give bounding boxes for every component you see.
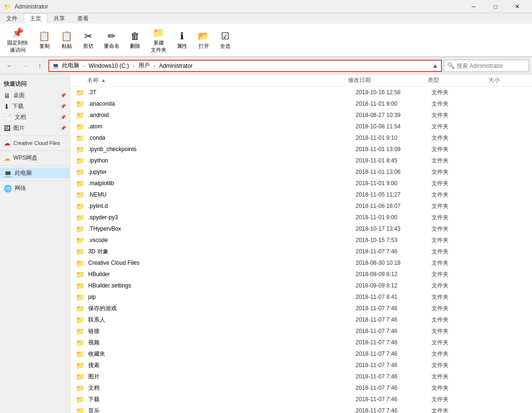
up-button[interactable]: ↑: [33, 59, 46, 72]
table-row[interactable]: 📁 .spyder-py3 2018-11-01 9:00 文件夹: [70, 212, 532, 223]
breadcrumb-users[interactable]: 用户: [138, 62, 150, 70]
table-row[interactable]: 📁 .3T 2018-10-16 12:58 文件夹: [70, 87, 532, 98]
tab-file[interactable]: 文件: [0, 13, 24, 24]
file-date: 2018-10-17 13:43: [356, 225, 431, 232]
sidebar-item-pictures[interactable]: 🖼 图片 📌: [0, 123, 70, 134]
table-row[interactable]: 📁 .ipython 2018-11-01 8:45 文件夹: [70, 155, 532, 166]
pin-to-quickaccess-button[interactable]: 📌 固定到快速访问: [4, 25, 31, 56]
file-type: 文件夹: [431, 339, 488, 347]
search-input[interactable]: [457, 63, 526, 69]
file-date: 2018-11-01 9:00: [356, 100, 431, 107]
table-row[interactable]: 📁 Creative Cloud Files 2018-08-30 10:19 …: [70, 257, 532, 269]
tab-view[interactable]: 查看: [71, 13, 95, 24]
table-row[interactable]: 📁 .vscode 2018-10-15 7:53 文件夹: [70, 234, 532, 246]
quick-access-title[interactable]: 快速访问: [0, 78, 70, 90]
breadcrumb-windows10[interactable]: Windows10 (C:): [89, 63, 129, 69]
table-row[interactable]: 📁 .atom 2018-10-08 11:54 文件夹: [70, 121, 532, 132]
table-row[interactable]: 📁 3D 对象 2018-11-07 7:46 文件夹: [70, 246, 532, 257]
file-type: 文件夹: [431, 89, 488, 97]
ribbon: 文件 主页 共享 查看 📌 固定到快速访问 📋 复制 📋 粘贴 ✂ 剪切 ✏ 重…: [0, 13, 532, 57]
column-header-type[interactable]: 类型: [428, 76, 485, 84]
table-row[interactable]: 📁 .conda 2018-11-01 9:10 文件夹: [70, 132, 532, 144]
folder-icon: 📁: [76, 157, 85, 165]
tab-share[interactable]: 共享: [47, 13, 71, 24]
table-row[interactable]: 📁 .NEMU 2018-11-05 11:27 文件夹: [70, 189, 532, 200]
tab-home[interactable]: 主页: [24, 13, 47, 24]
folder-3d-icon: 📁: [76, 248, 85, 256]
table-row[interactable]: 📁 HBuilder settings 2018-09-09 8:12 文件夹: [70, 280, 532, 291]
breadcrumb-this-pc[interactable]: 此电脑: [62, 62, 79, 70]
back-button[interactable]: ←: [3, 59, 16, 72]
table-row[interactable]: 📁 .jupyter 2018-11-01 13:06 文件夹: [70, 166, 532, 178]
forward-button[interactable]: →: [18, 59, 31, 72]
copy-button[interactable]: 📋 复制: [35, 28, 54, 52]
select-all-button[interactable]: ☑ 全选: [217, 28, 234, 52]
file-date: 2018-10-08 11:54: [356, 123, 431, 130]
table-row[interactable]: 📁 .pylint.d 2018-11-06 16:07 文件夹: [70, 200, 532, 212]
table-row[interactable]: 📁 联系人 2018-11-07 7:46 文件夹: [70, 314, 532, 325]
content-area: 名称 ▲ 修改日期 类型 大小 📁 .3T 2018-10-16 12:58 文…: [70, 74, 532, 413]
table-row[interactable]: 📁 .ipynb_checkpoints 2018-11-01 13:09 文件…: [70, 144, 532, 155]
file-type: 文件夹: [431, 305, 488, 313]
table-row[interactable]: 📁 .matplotlib 2018-11-01 9:00 文件夹: [70, 178, 532, 189]
table-row[interactable]: 📁 pip 2018-11-07 8:41 文件夹: [70, 291, 532, 303]
open-button[interactable]: 📂 打开: [194, 28, 213, 52]
folder-download-icon: 📁: [76, 395, 85, 404]
nav-bar: ← → ↑ 💻 此电脑 › Windows10 (C:) › 用户 › Admi…: [0, 57, 532, 74]
sidebar-item-creative-cloud[interactable]: ☁ Creative Cloud Files: [0, 138, 70, 148]
table-row[interactable]: 📁 收藏夹 2018-11-07 7:46 文件夹: [70, 348, 532, 359]
table-row[interactable]: 📁 图片 2018-11-07 7:46 文件夹: [70, 371, 532, 382]
table-row[interactable]: 📁 .anaconda 2018-11-01 9:00 文件夹: [70, 98, 532, 109]
sort-indicator: ▲: [101, 78, 106, 83]
delete-button[interactable]: 🗑 删除: [127, 28, 144, 52]
sidebar-item-downloads[interactable]: ⬇ 下载 📌: [0, 101, 70, 112]
table-row[interactable]: 📁 下载 2018-11-07 7:46 文件夹: [70, 394, 532, 405]
paste-button[interactable]: 📋 粘贴: [57, 28, 76, 52]
rename-button[interactable]: ✏ 重命名: [101, 28, 123, 52]
file-list: 📁 .3T 2018-10-16 12:58 文件夹 📁 .anaconda 2…: [70, 87, 532, 413]
sidebar-item-this-pc[interactable]: 💻 此电脑: [0, 168, 70, 179]
cut-button[interactable]: ✂ 剪切: [80, 28, 97, 52]
table-row[interactable]: 📁 链接 2018-11-07 7:46 文件夹: [70, 325, 532, 337]
close-button[interactable]: ✕: [506, 0, 528, 13]
file-type: 文件夹: [431, 236, 488, 244]
title-bar-icons: 📁: [4, 3, 11, 10]
table-row[interactable]: 📁 搜索 2018-11-07 7:46 文件夹: [70, 359, 532, 371]
column-header-size[interactable]: 大小: [488, 76, 526, 84]
folder-icon: 📁: [76, 214, 85, 222]
breadcrumb-administrator[interactable]: Administrator: [159, 63, 193, 69]
folder-link-icon: 📁: [76, 327, 85, 335]
table-row[interactable]: 📁 音乐 2018-11-07 7:46 文件夹: [70, 405, 532, 413]
minimize-button[interactable]: ─: [463, 0, 485, 13]
table-row[interactable]: 📁 视频 2018-11-07 7:46 文件夹: [70, 337, 532, 348]
table-row[interactable]: 📁 HBuilder 2018-09-09 8:12 文件夹: [70, 269, 532, 280]
new-folder-icon: 📁: [153, 27, 165, 38]
file-type: 文件夹: [431, 248, 488, 256]
file-name: .conda: [88, 135, 356, 141]
properties-button[interactable]: ℹ 属性: [174, 28, 191, 52]
sidebar-item-network[interactable]: 🌐 网络: [0, 183, 70, 194]
table-row[interactable]: 📁 保存的游戏 2018-11-07 7:46 文件夹: [70, 303, 532, 314]
folder-icon: 📁: [76, 134, 85, 142]
table-row[interactable]: 📁 .THypervBox 2018-10-17 13:43 文件夹: [70, 223, 532, 234]
address-bar[interactable]: 💻 此电脑 › Windows10 (C:) › 用户 › Administra…: [48, 60, 442, 72]
sidebar-item-documents[interactable]: 📄 文档 📌: [0, 112, 70, 123]
sidebar-item-wps[interactable]: ☁ WPS网盘: [0, 153, 70, 163]
column-header-date[interactable]: 修改日期: [348, 76, 424, 84]
new-folder-button[interactable]: 📁 新建文件夹: [147, 25, 170, 56]
file-date: 2018-08-27 10:39: [356, 112, 431, 118]
file-type: 文件夹: [431, 191, 488, 199]
sidebar-item-desktop[interactable]: 🖥 桌面 📌: [0, 90, 70, 101]
file-name: 搜索: [88, 361, 356, 369]
file-type: 文件夹: [431, 316, 488, 324]
column-header-name[interactable]: 名称 ▲: [76, 76, 344, 84]
folder-icon: 📁: [76, 123, 85, 131]
file-type: 文件夹: [431, 361, 488, 369]
table-row[interactable]: 📁 .android 2018-08-27 10:39 文件夹: [70, 109, 532, 121]
file-date: 2018-11-01 9:00: [356, 180, 431, 187]
scissors-icon: ✂: [84, 30, 92, 42]
sidebar-divider-4: [0, 180, 70, 181]
file-name: .ipython: [88, 157, 356, 164]
table-row[interactable]: 📁 文档 2018-11-07 7:46 文件夹: [70, 382, 532, 394]
maximize-button[interactable]: □: [485, 0, 506, 13]
